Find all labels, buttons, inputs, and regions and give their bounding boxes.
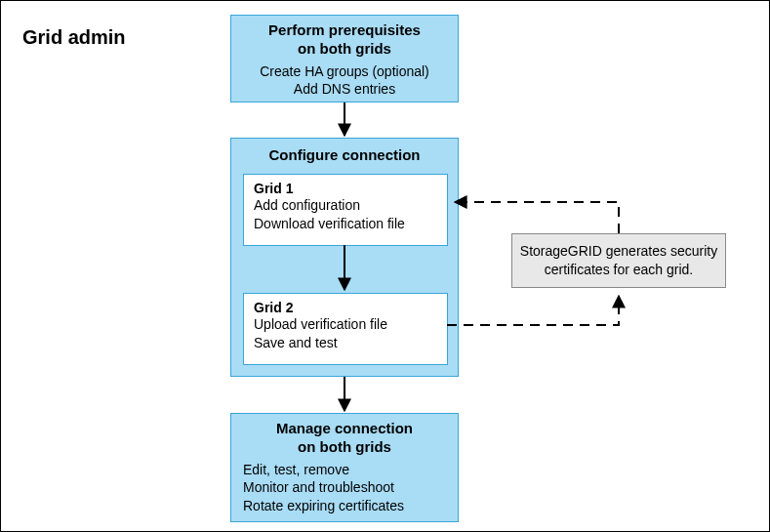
note-line2: certificates for each grid.: [518, 261, 719, 279]
step-prerequisites-line2: Add DNS entries: [241, 80, 448, 99]
substep-grid1-line2: Download verification file: [254, 215, 437, 233]
substep-grid2-line1: Upload verification file: [254, 315, 437, 334]
step-manage-heading2: on both grids: [243, 438, 446, 457]
step-prerequisites-line1: Create HA groups (optional): [241, 62, 448, 81]
step-manage-line1: Edit, test, remove: [243, 461, 446, 479]
diagram-title: Grid admin: [22, 26, 126, 49]
step-configure-connection: Configure connection Grid 1 Add configur…: [230, 138, 459, 377]
step-manage-line2: Monitor and troubleshoot: [243, 478, 446, 497]
step-manage-heading1: Manage connection: [243, 420, 446, 438]
substep-grid1-line1: Add configuration: [254, 196, 437, 215]
step-prerequisites: Perform prerequisites on both grids Crea…: [230, 15, 459, 102]
substep-grid2-line2: Save and test: [254, 334, 437, 352]
step-prerequisites-heading2: on both grids: [241, 40, 448, 59]
substep-grid2-heading: Grid 2: [254, 300, 437, 315]
step-manage-line3: Rotate expiring certificates: [243, 497, 446, 515]
step-manage-connection: Manage connection on both grids Edit, te…: [230, 413, 459, 522]
step-configure-heading: Configure connection: [243, 146, 446, 165]
note-line1: StorageGRID generates security: [518, 242, 719, 261]
diagram-canvas: Grid admin Perform prerequisites on both…: [0, 0, 770, 532]
note-certificates: StorageGRID generates security certifica…: [511, 233, 726, 288]
arrow-grid2-to-note: [447, 296, 619, 325]
step-prerequisites-heading1: Perform prerequisites: [241, 21, 448, 40]
substep-grid2: Grid 2 Upload verification file Save and…: [243, 293, 448, 365]
arrow-note-to-grid1: [455, 202, 619, 233]
substep-grid1-heading: Grid 1: [254, 181, 437, 196]
substep-grid1: Grid 1 Add configuration Download verifi…: [243, 174, 448, 246]
